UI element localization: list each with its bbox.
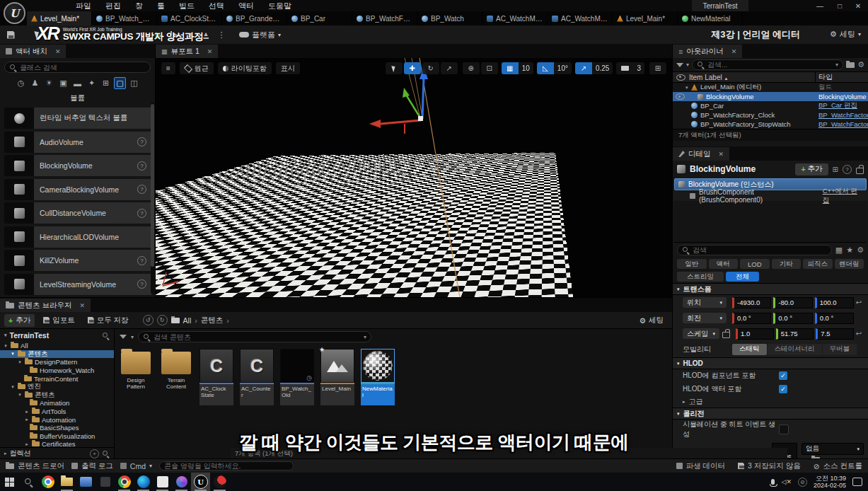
place-actors-tab[interactable]: 액터 배치 ✕ [0,45,66,58]
add-button[interactable]: +추가 [4,314,35,327]
select-tool-button[interactable] [386,62,403,74]
search-icon[interactable] [102,450,110,458]
scale-lock-icon[interactable] [722,332,730,338]
close-icon[interactable]: ✕ [207,48,213,55]
all-classes-category[interactable]: ◫ [128,77,140,89]
asset-ac-counter[interactable]: C AC_Counter [239,349,274,405]
select-mode-button[interactable] [30,28,45,42]
volumes-category[interactable]: ▢ [114,77,126,89]
view-mode-dropdown[interactable]: 라이팅포함 [218,62,272,74]
filter-actor[interactable]: 액터 [709,259,739,269]
asset-search-box[interactable]: ▾ [138,331,371,342]
blueprint-convert-icon[interactable]: ⊞ [833,166,838,173]
rotation-y-field[interactable]: 0.0 ° [773,313,812,324]
scale-z-field[interactable]: 7.5 [816,328,854,340]
tab-ac-clockstate[interactable]: AC_ClockState [157,11,222,25]
checkbox-unchecked[interactable] [779,424,789,434]
rotation-dropdown[interactable]: 회전▾ [683,313,727,323]
add-collection-icon[interactable]: + [90,449,99,458]
list-item[interactable]: KillZVolume? [4,250,152,271]
rotation-z-field[interactable]: 0.0 ° [815,313,854,324]
rotate-tool-button[interactable]: ↻ [422,62,439,74]
menu-build[interactable]: 빌드 [173,0,201,12]
taskbar-explorer[interactable] [57,473,76,491]
help-icon[interactable]: ? [843,165,852,174]
tree-item-engine-content[interactable]: ▾콘텐츠 [0,391,114,400]
advanced-expander[interactable]: ▸ 고급 [673,396,868,408]
tree-item-homework-watch[interactable]: Homework_Watch [0,366,114,375]
table-row[interactable]: BP_WatchFactory_StopWatch BP_WatchFactor… [673,120,868,129]
chevron-down-icon[interactable]: ▾ [686,62,689,68]
notification-icon[interactable] [852,478,862,486]
filter-icon[interactable] [120,335,127,339]
list-item[interactable]: LevelStreamingVolume? [4,274,152,295]
details-search-input[interactable] [693,246,827,254]
tree-item-basicshapes[interactable]: BasicShapes [0,424,114,432]
surface-snap-button[interactable]: ⊡ [481,62,498,74]
maximize-button[interactable]: □ [831,0,848,11]
content-browser-tab[interactable]: 콘텐츠 브라우저 ✕ [0,299,91,312]
minimize-button[interactable]: — [811,0,828,11]
menu-window[interactable]: 창 [129,0,149,12]
list-item[interactable]: BlockingVolume? [4,155,152,176]
asset-folder-designpattern[interactable]: Design Pattern [118,349,154,397]
filter-general[interactable]: 일반 [677,259,707,269]
camera-speed-button[interactable] [616,62,633,74]
asset-newmaterial-selected[interactable]: NewMaterial [360,349,395,405]
outliner-search-input[interactable] [707,61,833,69]
move-tool-button[interactable]: ✚ [404,62,421,74]
filter-streaming[interactable]: 스트리밍 [677,272,724,282]
item-label-column[interactable]: Item Label ▲ [689,74,815,81]
settings-dropdown[interactable]: ⚙ 세팅 ▾ [830,29,861,40]
help-icon[interactable]: ? [137,256,146,265]
class-search-box[interactable] [4,62,151,73]
chevron-down-icon[interactable]: ▾ [364,334,366,340]
filter-icon[interactable] [676,63,683,67]
taskbar-app-colorful[interactable] [172,473,191,491]
lights-category[interactable]: ☀ [43,77,55,89]
derived-data-button[interactable]: 파생 데이터 [676,461,725,471]
cinematic-category[interactable]: ▬ [71,77,83,89]
menu-file[interactable]: 파일 [69,0,98,12]
taskbar-app-dim[interactable] [96,473,115,491]
scale-snap-toggle[interactable]: ↗ [575,62,592,74]
menu-actor[interactable]: 액터 [232,0,260,12]
maximize-viewport-button[interactable]: ⊞ [649,62,666,74]
checkbox-checked[interactable]: ✓ [779,385,787,393]
shapes-category[interactable]: ▣ [57,77,69,89]
menu-tools[interactable]: 툴 [151,0,171,12]
start-button[interactable] [0,473,19,491]
taskbar-unreal-active[interactable]: U [191,473,210,491]
taskbar-edge[interactable] [134,473,153,491]
tab-ac-watchmode-1[interactable]: AC_WatchMode_... [482,11,548,25]
list-item[interactable]: HierarchicalLODVolume [4,226,152,248]
tab-newmaterial[interactable]: NewMaterial [678,11,743,25]
reset-scale-button[interactable]: ↩ [854,330,864,337]
close-icon[interactable]: ✕ [731,48,737,55]
gear-icon[interactable]: ⚙ [857,246,864,255]
tray-circle-icon[interactable]: ⊘ [798,478,807,487]
search-icon[interactable] [102,332,110,340]
scrollbar[interactable] [151,103,154,294]
filter-physics[interactable]: 피직스 [803,259,833,269]
breadcrumb-current[interactable]: 콘텐츠 [201,316,224,325]
type-edit-link[interactable]: BP_WatchFactory [818,111,868,119]
mobility-static[interactable]: 스태틱 [732,344,767,355]
taskbar-app-white[interactable] [153,473,172,491]
taskbar-chrome-profile[interactable] [115,473,134,491]
menu-help[interactable]: 도움말 [262,0,298,12]
class-search-input[interactable] [20,64,146,71]
scale-y-field[interactable]: 51.75 [776,328,814,340]
muted-speaker-icon[interactable]: ◁✕ [781,478,791,485]
table-row[interactable]: BP_WatchFactory_Clock BP_WatchFactory [673,110,868,120]
tree-item-arttools[interactable]: ▸ArtTools [0,408,114,416]
camera-speed-value[interactable]: 3 [633,62,644,74]
tab-bp-watchfactory[interactable]: BP_WatchFactory [352,11,417,25]
filter-rendering[interactable]: 렌더링 [835,259,864,269]
collision-section-header[interactable]: ▾ 콜리전 [673,408,868,420]
recently-placed-category[interactable]: ◷ [15,77,27,89]
help-icon[interactable]: ? [137,209,146,218]
tab-bp-watch[interactable]: BP_Watch [417,11,482,25]
favorites-icon[interactable]: ★ [846,246,853,255]
eye-icon[interactable] [676,93,685,100]
